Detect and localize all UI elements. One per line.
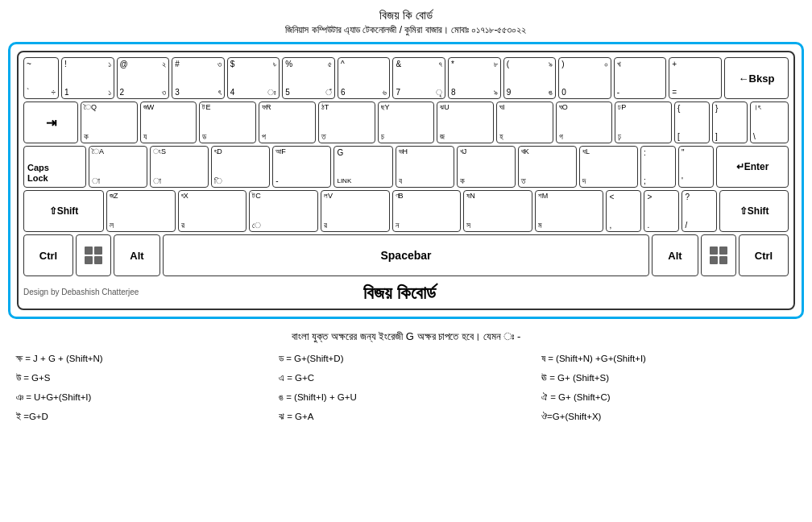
key-comma[interactable]: < , <box>606 190 641 232</box>
key-h[interactable]: ভH ব <box>396 146 454 188</box>
key-tab[interactable]: ⇥ <box>23 102 78 143</box>
instruction-item-3: উ = G+S <box>16 370 271 387</box>
key-tilde[interactable]: ~ `÷ <box>23 57 59 99</box>
instruction-item-7: ঙ = (Shift+I) + G+U <box>279 389 533 407</box>
key-backspace[interactable]: ←Bksp <box>724 57 789 99</box>
key-s[interactable]: ংS া <box>150 146 209 188</box>
instruction-item-11: ঔ=G+(Shift+X) <box>541 408 796 426</box>
instruction-grid: ক্ষ = J + G + (Shift+N) ড = G+(Shift+D) … <box>16 350 796 425</box>
page-title: বিজয় কি বোর্ড <box>8 8 804 23</box>
key-row-1: ~ `÷ !১ 1১ @২ 2৩ #৩ 3ৎ $৳ 4ঃ %৫ 5ঁ <box>23 57 789 99</box>
key-g[interactable]: G LINK <box>334 146 392 188</box>
key-backslash[interactable]: ।ৎ \ <box>750 102 789 143</box>
keyboard-inner: ~ `÷ !১ 1১ @২ 2৩ #৩ 3ৎ $৳ 4ঃ %৫ 5ঁ <box>17 51 795 310</box>
instruction-item-0: ক্ষ = J + G + (Shift+N) <box>16 350 271 368</box>
key-x[interactable]: ৎX র <box>178 190 247 232</box>
key-v[interactable]: লV র <box>321 190 390 232</box>
key-left-alt[interactable]: Alt <box>114 234 160 276</box>
key-a[interactable]: ৈA া <box>89 146 147 188</box>
key-q[interactable]: ৈQ ক <box>81 102 138 143</box>
key-caps-lock[interactable]: CapsLock <box>23 146 86 188</box>
key-left-win[interactable] <box>76 234 111 276</box>
key-row-3: CapsLock ৈA া ংS া ৎD ি আF - G LINK <box>23 146 789 188</box>
key-n[interactable]: ষN স <box>463 190 532 232</box>
key-w[interactable]: জW য <box>140 102 197 143</box>
key-right-ctrl[interactable]: Ctrl <box>739 234 789 276</box>
key-left-shift[interactable]: ⇧Shift <box>23 190 104 232</box>
key-r[interactable]: ফR প <box>259 102 316 143</box>
key-c[interactable]: টC ে <box>249 190 318 232</box>
key-row-2: ⇥ ৈQ ক জW য টE ড ফR প ঠT ত ছ <box>23 102 789 143</box>
page-subtitle: জিনিয়াস কম্পিউটার এ্যাড টেকনোলজী / কুমি… <box>8 24 804 35</box>
key-equals[interactable]: + = <box>669 57 722 99</box>
key-minus[interactable]: খ - <box>614 57 667 99</box>
key-p[interactable]: ঢP ঢ় <box>615 102 672 143</box>
instruction-item-8: ঐ = G+ (Shift+C) <box>541 389 796 407</box>
key-row-5: Ctrl Alt Spacebar Alt Ctrl <box>23 234 789 276</box>
key-9[interactable]: (৯ 9ঙ <box>503 57 557 99</box>
key-row-4: ⇧Shift জZ ল ৎX র টC ে লV র ণB ন <box>23 190 789 232</box>
key-4[interactable]: $৳ 4ঃ <box>227 57 280 99</box>
key-1[interactable]: !১ 1১ <box>61 57 114 99</box>
key-period[interactable]: > . <box>644 190 679 232</box>
key-spacebar[interactable]: Spacebar <box>163 234 649 276</box>
key-8[interactable]: *৮ 8৯ <box>448 57 501 99</box>
key-right-win[interactable] <box>701 234 736 276</box>
instruction-item-1: ড = G+(Shift+D) <box>279 350 533 368</box>
key-o[interactable]: ঘO গ <box>556 102 613 143</box>
key-d[interactable]: ৎD ি <box>211 146 270 188</box>
instruction-item-9: ই =G+D <box>16 408 271 426</box>
key-enter[interactable]: ↵Enter <box>716 146 789 188</box>
instruction-item-10: ঝ = G+A <box>279 408 533 426</box>
instruction-area: বাংলা যুক্ত অক্ষরের জন্য ইংরেজী G অক্ষর … <box>8 327 804 426</box>
key-semicolon[interactable]: : ; <box>640 146 676 188</box>
key-7[interactable]: &৭ 7ৃ <box>392 57 445 99</box>
key-k[interactable]: থK ত <box>518 146 577 188</box>
instruction-title: বাংলা যুক্ত অক্ষরের জন্য ইংরেজী G অক্ষর … <box>16 327 796 346</box>
key-5[interactable]: %৫ 5ঁ <box>282 57 335 99</box>
key-quote[interactable]: " ' <box>678 146 714 188</box>
key-left-ctrl[interactable]: Ctrl <box>23 234 73 276</box>
key-6[interactable]: ^ 6৬ <box>338 57 391 99</box>
key-e[interactable]: টE ড <box>199 102 256 143</box>
key-u[interactable]: ঝU জ <box>437 102 494 143</box>
key-3[interactable]: #৩ 3ৎ <box>172 57 225 99</box>
keyboard-outer: ~ `÷ !১ 1১ @২ 2৩ #৩ 3ৎ $৳ 4ঃ %৫ 5ঁ <box>8 42 804 319</box>
key-slash[interactable]: ? / <box>682 190 717 232</box>
key-z[interactable]: জZ ল <box>106 190 176 232</box>
key-b[interactable]: ণB ন <box>392 190 462 232</box>
instruction-item-4: এ = G+C <box>279 370 533 387</box>
key-right-shift[interactable]: ⇧Shift <box>719 190 789 232</box>
key-i[interactable]: ঘI হ <box>496 102 553 143</box>
key-f[interactable]: আF - <box>272 146 331 188</box>
key-bracket-close[interactable]: } ] <box>712 102 748 143</box>
key-bracket-open[interactable]: { [ <box>674 102 710 143</box>
key-2[interactable]: @২ 2৩ <box>117 57 170 99</box>
key-0[interactable]: )০ 0 <box>558 57 611 99</box>
key-y[interactable]: ছY চ <box>378 102 435 143</box>
key-j[interactable]: খJ ক <box>457 146 516 188</box>
design-credit: Design by Debashish Chatterjee <box>23 288 139 296</box>
instruction-item-5: ঊ = G+ (Shift+S) <box>541 370 796 387</box>
instruction-item-2: ষ = (Shift+N) +G+(Shift+I) <box>541 350 796 368</box>
key-m[interactable]: শM ম <box>535 190 604 232</box>
key-t[interactable]: ঠT ত <box>318 102 375 143</box>
key-l[interactable]: ধL দ <box>579 146 638 188</box>
instruction-item-6: ঞ = U+G+(Shift+I) <box>16 389 271 407</box>
keyboard-label: বিজয় কিবোর্ড <box>363 283 436 304</box>
key-right-alt[interactable]: Alt <box>652 234 698 276</box>
